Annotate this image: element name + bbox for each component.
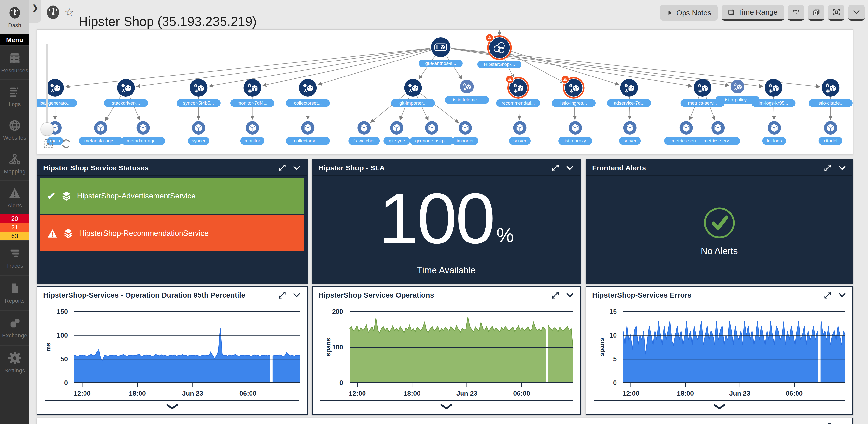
favorite-star-icon[interactable]: ☆ xyxy=(64,6,74,19)
chevron-down-icon[interactable] xyxy=(838,422,846,424)
map-node-monitor3[interactable]: monitor xyxy=(241,121,264,145)
widget-collapse-chevron-icon[interactable] xyxy=(440,404,453,410)
svg-text:istio-citade...: istio-citade... xyxy=(817,100,844,106)
node-label: metadata-age... xyxy=(121,137,165,145)
chevron-down-icon[interactable] xyxy=(292,164,301,172)
map-node-collectorset3[interactable]: collectorset... xyxy=(286,121,330,145)
chevron-down-icon[interactable] xyxy=(566,164,574,172)
map-node-git-sync[interactable]: git-sync xyxy=(383,121,410,145)
widget-collapse-chevron-icon[interactable] xyxy=(713,404,726,410)
fit-screen-icon[interactable] xyxy=(42,138,54,149)
widget-title: Hipster Shop Service Statuses xyxy=(43,164,149,172)
map-node-istio-telemetry[interactable]: istio-teleme... xyxy=(445,80,489,104)
expand-icon[interactable] xyxy=(278,164,286,172)
warning-icon xyxy=(8,187,21,199)
widget-divider xyxy=(320,400,572,401)
map-node-frontend[interactable]: HipsterShop-... xyxy=(477,34,521,68)
svg-text:metadata-age...: metadata-age... xyxy=(127,138,159,143)
map-node-lm-logs2[interactable]: lm-logs-kr95... xyxy=(751,79,795,107)
globe-icon xyxy=(8,119,21,132)
service-name: HipsterShop-RecommendationService xyxy=(79,229,209,238)
node-label: metrics-serv... xyxy=(696,137,740,145)
expand-icon[interactable] xyxy=(824,423,832,424)
sidebar-item-label: Logs xyxy=(9,101,21,108)
chart-plot xyxy=(349,312,573,388)
sidebar-menu-button[interactable]: Menu xyxy=(0,34,29,46)
layers-icon xyxy=(61,191,72,201)
expand-icon[interactable] xyxy=(278,291,286,299)
y-axis-tick: 0 xyxy=(592,379,617,387)
map-node-lm-logs3[interactable]: lm-logs xyxy=(763,121,786,145)
exchange-icon xyxy=(8,317,21,330)
map-node-git-importer[interactable]: git-importer... xyxy=(391,79,435,107)
svg-text:citadel: citadel xyxy=(824,138,837,143)
check-circle-icon xyxy=(703,206,736,239)
overflow-dots-button[interactable] xyxy=(788,5,804,21)
sidebar-expander[interactable]: ❯ xyxy=(29,0,41,23)
map-node-syncer2[interactable]: syncer-5f4b5... xyxy=(177,79,221,107)
alert-count-warning[interactable]: 63 xyxy=(0,232,29,240)
fullscreen-button[interactable] xyxy=(828,5,844,21)
fullscreen-icon xyxy=(832,8,840,16)
expand-icon[interactable] xyxy=(824,291,832,299)
map-node-istio-proxy[interactable]: istio-proxy xyxy=(558,121,592,145)
alert-count-critical[interactable]: 20 xyxy=(0,215,29,223)
map-zoom-slider-handle[interactable] xyxy=(40,122,54,136)
map-node-metadata1[interactable]: metadata-age... xyxy=(79,121,123,145)
sidebar-item-reports[interactable]: Reports xyxy=(0,275,29,310)
chart-plot xyxy=(623,312,845,388)
ops-notes-button[interactable]: Ops Notes xyxy=(660,5,718,21)
slideshow-button[interactable] xyxy=(808,5,824,21)
widget-title: HipsterShop-Services - Operation Duratio… xyxy=(43,291,245,299)
sidebar-item-exchange[interactable]: Exchange xyxy=(0,310,29,345)
svg-text:metadata-age...: metadata-age... xyxy=(84,138,117,143)
map-node-syncer3[interactable]: syncer xyxy=(188,121,209,145)
map-node-citadel[interactable]: citadel xyxy=(818,121,842,145)
chevron-down-icon[interactable] xyxy=(838,291,846,299)
sidebar-item-settings[interactable]: Settings xyxy=(0,345,29,380)
alert-badge-icon xyxy=(486,34,494,42)
sidebar-item-traces[interactable]: Traces xyxy=(0,240,29,275)
service-status-row[interactable]: ✔HipsterShop-AdvertisementService xyxy=(40,178,304,214)
map-zoom-slider-track[interactable] xyxy=(46,44,48,128)
map-node-recommendation[interactable]: recommendati... xyxy=(496,76,540,107)
map-node-server2[interactable]: server xyxy=(619,121,641,145)
expand-icon[interactable] xyxy=(824,164,832,172)
svg-text:collectorset...: collectorset... xyxy=(294,138,321,143)
sidebar-item-resources[interactable]: Resources xyxy=(0,46,29,79)
widget-title: HipsterShop Services Operations xyxy=(318,291,434,299)
dashboard-gauge-icon xyxy=(46,5,60,20)
x-axis-tick: 18:00 xyxy=(395,390,429,397)
map-node-loadgenerator[interactable]: loadgenerato... xyxy=(37,79,77,107)
alert-count-error[interactable]: 21 xyxy=(0,223,29,232)
chevron-down-icon[interactable] xyxy=(566,291,574,299)
sidebar-item-alerts[interactable]: Alerts xyxy=(0,180,29,215)
map-node-gcenode[interactable]: gcenode-askp... xyxy=(410,121,454,145)
map-node-importer[interactable]: importer xyxy=(452,121,478,145)
map-node-monitor2[interactable]: monitor-7df4... xyxy=(230,79,274,107)
chevron-down-icon[interactable] xyxy=(838,164,846,172)
svg-text:git-importer...: git-importer... xyxy=(399,100,427,106)
widget-collapse-chevron-icon[interactable] xyxy=(166,404,179,410)
map-node-stackdriver[interactable]: stackdriver-... xyxy=(104,79,148,107)
sidebar-item-logs[interactable]: Logs xyxy=(0,79,29,113)
chevron-down-icon[interactable] xyxy=(292,291,301,299)
sidebar-item-websites[interactable]: Websites xyxy=(0,113,29,147)
map-node-server1[interactable]: server xyxy=(509,121,530,145)
map-node-metadata2[interactable]: metadata-age... xyxy=(121,121,165,145)
collapse-header-button[interactable] xyxy=(848,5,865,21)
map-node-istio-citadel[interactable]: istio-citade... xyxy=(809,79,852,107)
sidebar-item-mapping[interactable]: Mapping xyxy=(0,147,29,180)
map-node-metrics3b[interactable]: metrics-serv... xyxy=(696,121,740,145)
layers-icon xyxy=(63,228,74,239)
refresh-icon[interactable] xyxy=(61,138,71,149)
expand-icon[interactable] xyxy=(551,164,559,172)
map-node-istio-ingress[interactable]: istio-ingres... xyxy=(552,76,596,107)
expand-icon[interactable] xyxy=(551,291,559,299)
map-node-fs-watcher[interactable]: fs-watcher xyxy=(348,121,380,145)
service-status-row[interactable]: HipsterShop-RecommendationService xyxy=(40,216,304,251)
sidebar-item-dash[interactable]: Dash xyxy=(0,0,29,34)
map-node-gke[interactable]: gke-anthos-s... xyxy=(419,37,463,67)
node-label: loadgenerato... xyxy=(37,99,77,107)
time-range-button[interactable]: Time Range xyxy=(722,5,784,21)
